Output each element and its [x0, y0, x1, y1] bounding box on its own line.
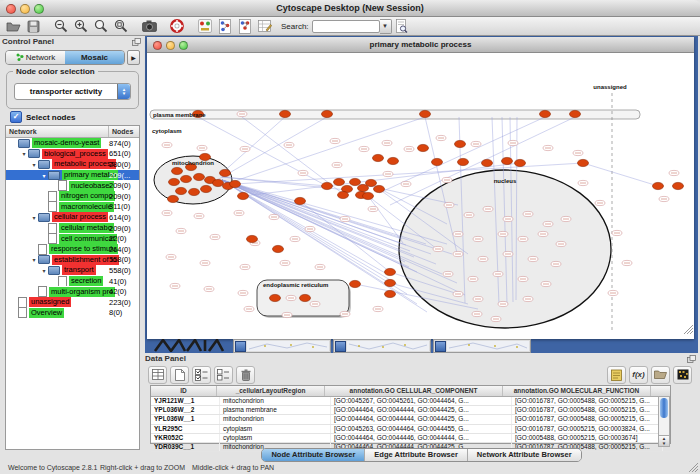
- gene-node[interactable]: [201, 185, 212, 192]
- gene-node[interactable]: [273, 245, 284, 252]
- gene-node[interactable]: [213, 179, 224, 186]
- expander-icon[interactable]: ▾: [40, 172, 48, 179]
- node-color-combobox[interactable]: transporter activity ▲▼: [14, 83, 131, 100]
- gene-node[interactable]: [366, 179, 377, 186]
- zoom-out-icon[interactable]: [53, 19, 69, 34]
- search-input[interactable]: [312, 20, 380, 33]
- gene-node[interactable]: [230, 180, 241, 187]
- formula-builder-icon[interactable]: f(x): [629, 366, 648, 384]
- tab-node-attribute-browser[interactable]: Node Attribute Browser: [262, 449, 365, 461]
- gene-node[interactable]: [385, 279, 396, 286]
- tree-row[interactable]: mosaic-demo-yeast874(0): [6, 138, 139, 149]
- gene-node[interactable]: [373, 154, 384, 161]
- minimized-network-thumbnail[interactable]: [153, 339, 227, 352]
- float-panel-icon[interactable]: [687, 355, 696, 365]
- attribute-table-icon[interactable]: [148, 366, 167, 384]
- tab-network-attribute-browser[interactable]: Network Attribute Browser: [468, 449, 581, 461]
- tree-row[interactable]: ▾primary metabo209(...: [6, 170, 139, 181]
- gene-node[interactable]: [322, 182, 333, 189]
- network-view-window[interactable]: primary metabolic process plasma membran…: [147, 37, 694, 339]
- expander-icon[interactable]: ▾: [30, 161, 38, 168]
- column-header-id[interactable]: ID: [151, 386, 217, 396]
- save-icon[interactable]: [25, 19, 41, 34]
- gene-node[interactable]: [363, 192, 374, 199]
- gene-node[interactable]: [350, 178, 361, 185]
- minimized-window-bar[interactable]: [333, 339, 431, 353]
- tree-row[interactable]: multi-organism pro42(0): [6, 286, 139, 297]
- import-attributes-folder-icon[interactable]: [651, 366, 670, 384]
- minimized-window-bar[interactable]: [433, 339, 531, 353]
- gene-node[interactable]: [540, 110, 551, 117]
- snapshot-camera-icon[interactable]: [141, 19, 157, 34]
- tree-row[interactable]: cellular metabo209(0): [6, 223, 139, 234]
- open-file-icon[interactable]: [5, 19, 21, 34]
- gene-node[interactable]: [432, 158, 443, 165]
- column-header-region[interactable]: _cellularLayoutRegion: [217, 386, 325, 396]
- float-panel-icon[interactable]: [132, 38, 141, 48]
- gene-node[interactable]: [334, 178, 345, 185]
- gene-node[interactable]: [570, 110, 581, 117]
- app-resize-grip[interactable]: [689, 463, 698, 473]
- gene-node[interactable]: [280, 110, 291, 117]
- tree-row[interactable]: response to stimulu264(0): [6, 244, 139, 255]
- tree-row[interactable]: cell communicat22(0): [6, 233, 139, 244]
- gene-node[interactable]: [418, 144, 429, 151]
- gene-node[interactable]: [322, 110, 333, 117]
- gene-node[interactable]: [169, 178, 180, 185]
- unselect-attributes-icon[interactable]: [214, 366, 233, 384]
- gene-node[interactable]: [420, 110, 431, 117]
- gene-node[interactable]: [385, 290, 396, 297]
- table-row[interactable]: YKR052Ccytoplasm[GO:0044464, GO:0044446,…: [151, 434, 670, 443]
- table-scrollbar[interactable]: ▲▼: [658, 396, 670, 447]
- gene-node[interactable]: [168, 195, 179, 202]
- gene-node[interactable]: [455, 140, 466, 147]
- table-row[interactable]: YJR121W__1mitochondrion[GO:0045267, GO:0…: [151, 397, 670, 406]
- tab-mosaic[interactable]: Mosaic: [65, 51, 124, 64]
- column-header-molecular-function[interactable]: annotation.GO MOLECULAR_FUNCTION: [503, 386, 651, 396]
- scrollbar-thumb[interactable]: [660, 398, 668, 418]
- gene-node[interactable]: [172, 167, 183, 174]
- gene-node[interactable]: [578, 159, 589, 166]
- vizmapper-icon[interactable]: [197, 19, 213, 34]
- zoom-selected-icon[interactable]: [113, 19, 129, 34]
- tree-row[interactable]: ▾establishment of lo558(0): [6, 255, 139, 266]
- nodes-column-header[interactable]: Nodes: [109, 126, 139, 137]
- gene-node[interactable]: [220, 169, 231, 176]
- tree-row[interactable]: nitrogen compo209(0): [6, 191, 139, 202]
- gene-node[interactable]: [176, 187, 187, 194]
- table-row[interactable]: YLR295Ccytoplasm[GO:0045263, GO:0044464,…: [151, 425, 670, 434]
- gene-node[interactable]: [374, 185, 385, 192]
- gene-node[interactable]: [238, 192, 249, 199]
- gene-node[interactable]: [189, 188, 200, 195]
- expander-icon[interactable]: ▾: [40, 267, 48, 274]
- gene-node[interactable]: [388, 157, 399, 164]
- gene-node[interactable]: [350, 280, 361, 287]
- table-row[interactable]: YPL036W__1mitochondrion[GO:0044464, GO:0…: [151, 415, 670, 424]
- tree-row[interactable]: secretion41(0): [6, 276, 139, 287]
- gene-node[interactable]: [338, 191, 349, 198]
- gene-node[interactable]: [181, 175, 192, 182]
- tree-row[interactable]: Overview8(0): [6, 308, 139, 319]
- table-row[interactable]: YPL036W__2plasma membrane[GO:0044464, GO…: [151, 406, 670, 415]
- expander-icon[interactable]: ▾: [20, 150, 28, 157]
- zoom-in-icon[interactable]: [73, 19, 89, 34]
- new-attribute-icon[interactable]: [170, 366, 189, 384]
- gene-node[interactable]: [515, 159, 526, 166]
- column-header-cellular-component[interactable]: annotation.GO CELLULAR_COMPONENT: [325, 386, 503, 396]
- tree-row[interactable]: nucleobase-209(0): [6, 180, 139, 191]
- delete-attribute-trash-icon[interactable]: [236, 366, 255, 384]
- notepad-icon[interactable]: [607, 366, 626, 384]
- tree-row[interactable]: ▾biological_process651(0): [6, 149, 139, 160]
- import-attributes-icon[interactable]: [237, 19, 253, 34]
- search-dropdown-icon[interactable]: ▼: [380, 19, 392, 34]
- gene-node[interactable]: [502, 157, 513, 164]
- network-column-header[interactable]: Network: [6, 126, 109, 137]
- network-canvas[interactable]: plasma membranecytoplasmmitochondrionnuc…: [147, 53, 694, 339]
- expander-icon[interactable]: ▾: [30, 256, 38, 263]
- tree-row[interactable]: macromolecule311(0): [6, 202, 139, 213]
- tab-overflow-arrow-icon[interactable]: ▶: [127, 50, 140, 65]
- tab-network[interactable]: Network: [6, 51, 65, 64]
- scrollbar-arrows[interactable]: ▲▼: [659, 435, 669, 446]
- gene-node[interactable]: [300, 294, 311, 301]
- tree-row[interactable]: ▾cellular process614(0): [6, 212, 139, 223]
